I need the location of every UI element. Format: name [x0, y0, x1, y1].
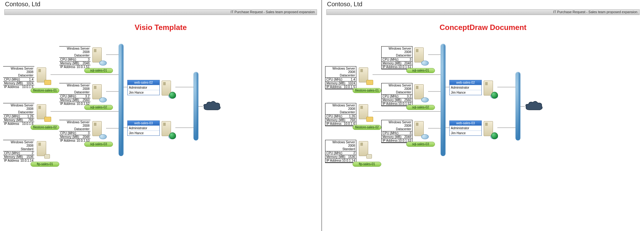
spec-os1: Windows Server 2008	[388, 47, 411, 54]
connector	[51, 111, 119, 112]
server-spec: Windows Server 2008DatacenterCPU (MHz)1.…	[3, 103, 34, 125]
spec-value: 2560	[83, 98, 90, 102]
connector	[446, 127, 449, 128]
server-icon	[359, 141, 373, 159]
spec-label: Memory (MB)	[383, 98, 402, 102]
spec-label: CPU (MHz)	[60, 58, 76, 61]
spec-label: IP Address	[60, 139, 75, 142]
connector	[428, 128, 441, 129]
web-server-owner: Jim Hance	[450, 90, 481, 95]
spec-label: IP Address	[60, 65, 75, 69]
connector	[497, 127, 515, 128]
spec-label: CPU (MHz)	[4, 151, 20, 155]
spec-label: CPU (MHz)	[383, 131, 398, 135]
bus-pipe	[119, 44, 124, 156]
spec-value: 2048	[83, 135, 90, 139]
spec-os2: Datacenter	[396, 54, 411, 57]
server-name-pill: sql-sales-02	[84, 105, 113, 110]
connector	[106, 54, 119, 55]
spec-label: CPU (MHz)	[383, 95, 398, 98]
connector	[51, 74, 119, 75]
server-name-pill: ftp-sales-01	[353, 162, 381, 167]
spec-value: 768	[28, 118, 33, 122]
spec-label: IP Address	[383, 65, 398, 69]
server-spec: Windows Server 2008DatacenterCPU (MHz)1.…	[325, 66, 356, 89]
spec-value: 3.2	[407, 95, 411, 98]
cloud-icon	[203, 101, 222, 112]
web-server-name: web-sales-03	[450, 121, 481, 125]
server-icon	[37, 141, 51, 159]
web-server-name: web-sales-02	[128, 80, 159, 85]
spec-label: CPU (MHz)	[383, 58, 398, 61]
spec-label: Memory (MB)	[383, 135, 402, 139]
spec-os2: Datacenter	[18, 74, 33, 77]
spec-label: CPU (MHz)	[60, 131, 76, 135]
spec-label: IP Address	[326, 122, 341, 125]
bus-pipe	[193, 72, 198, 140]
spec-label: Memory (MB)	[60, 135, 79, 139]
connector	[428, 91, 441, 92]
server-spec: Windows Server 2008DatacenterCPU (MHz)3M…	[381, 120, 412, 143]
spec-os1: Windows Server 2008	[332, 67, 355, 74]
connector	[373, 74, 441, 75]
spec-value: 3	[88, 131, 90, 135]
connector	[446, 87, 449, 87]
server-name-pill: sql-sales-01	[84, 68, 113, 73]
spec-label: Memory (MB)	[4, 118, 23, 122]
spec-label: IP Address	[60, 102, 75, 106]
server-name-pill: filestore-sales-01	[353, 88, 381, 93]
server-icon	[359, 67, 373, 86]
server-icon	[37, 104, 51, 122]
server-spec: Windows Server 2008StandardCPU (MHz)2Mem…	[325, 140, 356, 163]
spec-value: 1024	[348, 81, 355, 85]
spec-label: Memory (MB)	[4, 155, 23, 159]
server-icon	[92, 121, 107, 139]
spec-label: IP Address	[326, 85, 341, 89]
spec-os2: Datacenter	[74, 127, 90, 131]
spec-label: CPU (MHz)	[326, 151, 342, 155]
server-icon	[37, 67, 51, 86]
connector	[520, 106, 525, 107]
spec-label: CPU (MHz)	[326, 78, 342, 81]
spec-value: 2048	[404, 135, 411, 139]
spec-os2: Datacenter	[18, 111, 33, 114]
spec-os1: Windows Server 2008	[388, 84, 411, 91]
web-server-role: Administrator	[450, 125, 481, 130]
server-spec: Windows Server 2008DatacenterCPU (MHz)3M…	[59, 120, 90, 142]
web-server-role: Administrator	[450, 85, 481, 90]
spec-os1: Windows Server 2008	[11, 67, 33, 74]
server-spec: Windows Server 2008StandardCPU (MHz)2Mem…	[3, 140, 34, 162]
server-name-pill: sql-sales-01	[406, 68, 435, 73]
web-server-name: web-sales-02	[450, 80, 481, 85]
web-server-role: Administrator	[128, 125, 159, 130]
connector	[175, 87, 193, 87]
server-spec: Windows Server 2008DatacenterCPU (MHz)1.…	[325, 103, 356, 126]
spec-value: 1536	[348, 155, 355, 159]
connector	[428, 54, 441, 55]
diagram-pane: Contoso, LtdIT Purchase Request - Sales …	[0, 0, 322, 231]
spec-os2: Standard	[342, 147, 355, 151]
spec-os1: Windows Server 2008	[11, 140, 33, 147]
diagram-canvas: Windows Server 2008DatacenterCPU (MHz)1.…	[0, 0, 321, 231]
spec-label: Memory (MB)	[326, 118, 345, 122]
spec-os1: Windows Server 2008	[332, 140, 355, 147]
web-server-owner: Jim Hance	[128, 90, 159, 95]
spec-label: Memory (MB)	[60, 61, 79, 65]
web-server-owner: Jim Hance	[450, 130, 481, 135]
server-name-pill: filestore-sales-02	[353, 125, 381, 130]
web-server-owner: Jim Hance	[128, 130, 159, 135]
web-server-card: web-sales-03AdministratorJim Hance	[127, 120, 160, 136]
connector	[175, 127, 193, 128]
spec-value: 10.0.1.14	[342, 159, 355, 162]
connector	[106, 128, 119, 129]
server-name-pill: filestore-sales-02	[31, 125, 59, 130]
spec-label: Memory (MB)	[326, 81, 345, 85]
server-icon	[484, 121, 498, 139]
server-spec: Windows Server 2008DatacenterCPU (MHz)3.…	[59, 83, 90, 106]
spec-value: 2048	[404, 61, 411, 65]
server-icon	[414, 121, 429, 139]
bus-pipe	[515, 72, 520, 140]
diagram-canvas: Windows Server 2008DatacenterCPU (MHz)1.…	[322, 0, 644, 231]
spec-label: Memory (MB)	[60, 98, 79, 102]
spec-os2: Datacenter	[340, 111, 355, 114]
